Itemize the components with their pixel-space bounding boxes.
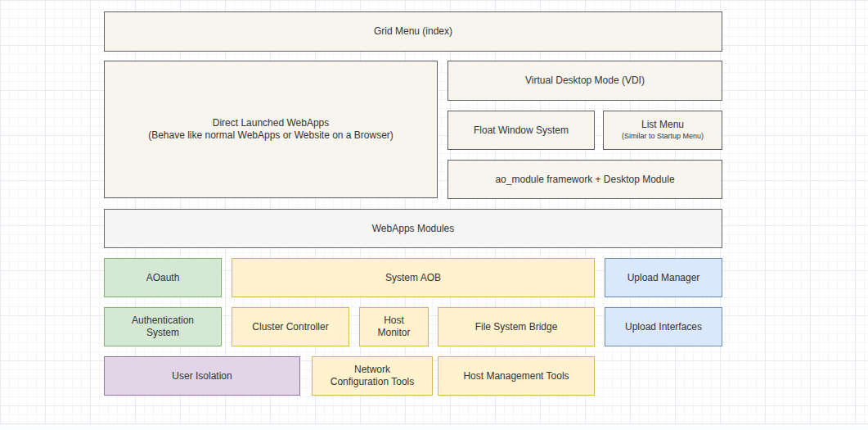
node-ao-module-framework[interactable]: ao_module framework + Desktop Module: [447, 160, 722, 199]
node-grid-menu-label: Grid Menu (index): [374, 25, 452, 38]
node-ao-module-framework-label: ao_module framework + Desktop Module: [495, 174, 674, 186]
node-webapps-modules-label: WebApps Modules: [372, 223, 455, 235]
node-network-configuration-tools[interactable]: Network Configuration Tools: [312, 356, 433, 396]
node-upload-manager[interactable]: Upload Manager: [605, 258, 722, 297]
node-list-menu-sublabel: (Similar to Startup Menu): [622, 132, 704, 141]
node-host-management-tools-label: Host Management Tools: [463, 370, 569, 382]
node-list-menu[interactable]: List Menu (Similar to Startup Menu): [603, 111, 722, 150]
node-upload-interfaces[interactable]: Upload Interfaces: [605, 307, 722, 346]
node-aoauth[interactable]: AOauth: [104, 258, 222, 297]
node-host-monitor[interactable]: Host Monitor: [359, 307, 429, 346]
node-cluster-controller[interactable]: Cluster Controller: [232, 307, 349, 346]
node-host-management-tools[interactable]: Host Management Tools: [438, 356, 595, 396]
node-authentication-system[interactable]: Authentication System: [104, 307, 222, 346]
node-upload-interfaces-label: Upload Interfaces: [625, 321, 702, 333]
node-user-isolation-label: User Isolation: [172, 370, 232, 382]
node-upload-manager-label: Upload Manager: [627, 272, 700, 284]
node-grid-menu[interactable]: Grid Menu (index): [104, 11, 722, 52]
node-host-monitor-label: Host Monitor: [377, 315, 410, 339]
node-virtual-desktop-mode-label: Virtual Desktop Mode (VDI): [525, 75, 645, 87]
node-system-aob[interactable]: System AOB: [232, 258, 595, 297]
node-float-window-system[interactable]: Float Window System: [447, 111, 595, 150]
node-file-system-bridge-label: File System Bridge: [475, 321, 558, 333]
node-float-window-system-label: Float Window System: [474, 124, 569, 137]
node-authentication-system-label: Authentication System: [132, 315, 194, 339]
diagram-canvas[interactable]: Grid Menu (index) Direct Launched WebApp…: [0, 0, 868, 430]
node-direct-launched-webapps[interactable]: Direct Launched WebApps (Behave like nor…: [104, 61, 438, 198]
node-file-system-bridge[interactable]: File System Bridge: [438, 307, 595, 346]
node-system-aob-label: System AOB: [385, 272, 441, 284]
node-virtual-desktop-mode[interactable]: Virtual Desktop Mode (VDI): [447, 61, 722, 101]
node-webapps-modules[interactable]: WebApps Modules: [104, 209, 722, 248]
node-network-configuration-tools-label: Network Configuration Tools: [331, 364, 415, 388]
node-user-isolation[interactable]: User Isolation: [104, 356, 300, 396]
node-direct-launched-webapps-label: Direct Launched WebApps (Behave like nor…: [148, 117, 394, 142]
node-cluster-controller-label: Cluster Controller: [252, 321, 328, 333]
node-list-menu-label: List Menu: [641, 119, 684, 131]
node-aoauth-label: AOauth: [146, 272, 180, 284]
canvas-page-edge: [0, 423, 868, 430]
